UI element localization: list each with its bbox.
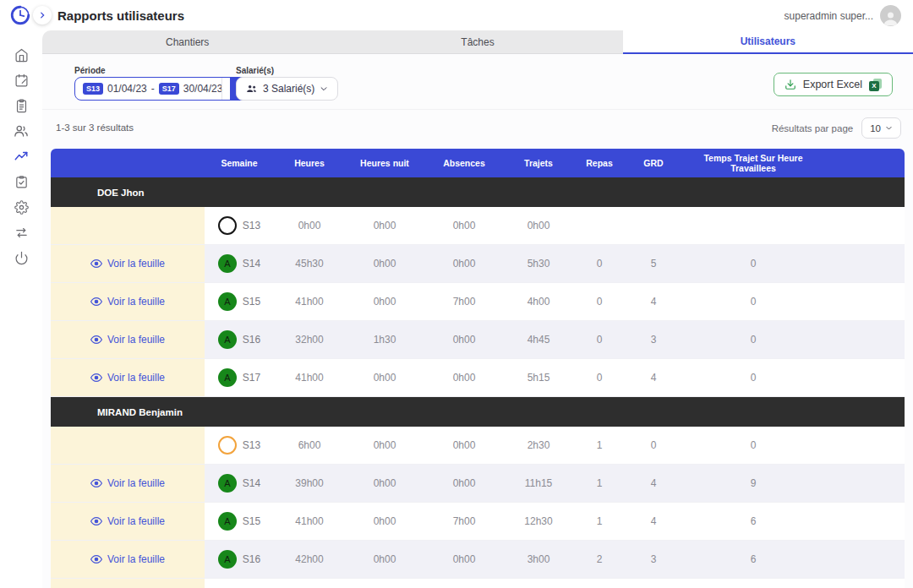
sidebar-item-employees[interactable] (0, 118, 42, 144)
cell-heures-nuit: 0h00 (345, 541, 424, 578)
cell-heures: 41h00 (274, 503, 345, 540)
salaries-dropdown[interactable]: 3 Salarié(s) (236, 77, 338, 101)
cell-grd: 3 (626, 321, 681, 358)
sidebar-item-tasks[interactable] (0, 169, 42, 194)
voir-la-feuille-label: Voir la feuille (107, 477, 165, 489)
cell-grd: 4 (626, 503, 681, 540)
salaries-value: 3 Salarié(s) (263, 83, 314, 95)
week-label: S16 (243, 334, 260, 346)
sidebar-expand-button[interactable] (33, 6, 52, 24)
view-sheet-cell: Voir la feuille (51, 503, 205, 540)
week-status-badge: A (218, 512, 237, 531)
week-label: S15 (243, 296, 260, 308)
cell-trajets: 5h15 (504, 359, 573, 396)
week-label: S15 (243, 515, 260, 527)
cell-heures-nuit: 0h00 (345, 503, 424, 540)
cell-grd: 4 (626, 579, 681, 588)
logout-power-icon (14, 251, 29, 265)
view-sheet-cell: Voir la feuille (51, 541, 205, 578)
tab-utilisateurs[interactable]: Utilisateurs (623, 30, 913, 54)
per-page-value: 10 (870, 123, 881, 133)
app-clock-logo-icon (9, 4, 31, 26)
week-cell: AS17 (205, 359, 274, 396)
sidebar-item-reports[interactable] (0, 144, 42, 169)
cell-trajets: 0h00 (504, 207, 573, 244)
cell-absences: 0h00 (424, 465, 504, 502)
sidebar-item-transfers[interactable] (0, 220, 42, 245)
employee-group-header: MIRAND Benjamin (51, 397, 905, 427)
user-menu[interactable]: superadmin super... (785, 5, 901, 26)
cell-heures-nuit: 0h00 (345, 579, 424, 588)
cell-heures-nuit: 0h00 (345, 427, 424, 464)
table-row: S136h000h000h002h30100 (51, 427, 905, 465)
cell-grd: 4 (626, 283, 681, 320)
cell-grd: 0 (626, 427, 681, 464)
tab-taches[interactable]: Tâches (332, 30, 622, 54)
table-header: Semaine Heures Heures nuit Absences Traj… (51, 149, 905, 177)
cell-heures: 42h00 (274, 541, 345, 578)
voir-la-feuille-link[interactable]: Voir la feuille (90, 372, 165, 384)
voir-la-feuille-label: Voir la feuille (107, 334, 165, 346)
cell-absences: 0h00 (424, 579, 504, 588)
cell-filler (825, 207, 905, 244)
cell-temps-trajet: 0 (681, 245, 825, 282)
cell-trajets: 5h15 (504, 579, 573, 588)
col-header-filler (825, 149, 905, 177)
cell-absences: 0h00 (424, 245, 504, 282)
col-header-heures-nuit: Heures nuit (345, 149, 424, 177)
cell-trajets: 2h30 (504, 427, 573, 464)
voir-la-feuille-link[interactable]: Voir la feuille (90, 515, 165, 527)
sidebar-item-logout[interactable] (0, 245, 42, 270)
voir-la-feuille-link[interactable]: Voir la feuille (90, 553, 165, 565)
cell-grd: 3 (626, 541, 681, 578)
cell-filler (825, 359, 905, 396)
week-status-badge: A (218, 292, 237, 311)
worksheet-clipboard-icon (14, 99, 29, 113)
results-bar: 1-3 sur 3 résultats Résultats par page 1… (42, 110, 913, 147)
cell-absences: 7h00 (424, 503, 504, 540)
voir-la-feuille-label: Voir la feuille (107, 515, 165, 527)
sidebar-item-planning[interactable] (0, 68, 42, 93)
cell-filler (825, 465, 905, 502)
tab-chantiers[interactable]: Chantiers (42, 30, 332, 54)
employees-users-icon (14, 123, 29, 139)
week-label: S13 (243, 220, 260, 231)
view-sheet-cell (51, 207, 205, 244)
excel-file-icon: X (869, 79, 882, 91)
cell-repas: 2 (573, 579, 626, 588)
view-sheet-cell: Voir la feuille (51, 245, 205, 282)
voir-la-feuille-link[interactable]: Voir la feuille (90, 258, 165, 270)
per-page-select[interactable]: 10 (861, 117, 901, 139)
week-cell: AS15 (205, 283, 274, 320)
table-row: Voir la feuilleAS1445h300h000h005h30050 (51, 245, 905, 283)
export-excel-button[interactable]: Export Excel X (774, 73, 893, 96)
user-avatar-icon[interactable] (880, 5, 901, 26)
voir-la-feuille-link[interactable]: Voir la feuille (90, 296, 165, 308)
filter-divider (221, 78, 222, 100)
planning-calendar-icon (14, 74, 29, 88)
settings-gear-icon (14, 200, 29, 215)
sidebar-item-worksheets[interactable] (0, 93, 42, 118)
week-start-badge: S13 (83, 83, 103, 95)
sidebar-item-home[interactable] (0, 42, 42, 68)
cell-absences: 7h00 (424, 283, 504, 320)
cell-absences: 0h00 (424, 427, 504, 464)
cell-heures: 32h00 (274, 321, 345, 358)
table-row: Voir la feuilleAS1541h000h007h0012h30146 (51, 503, 905, 541)
week-label: S17 (243, 372, 260, 384)
voir-la-feuille-label: Voir la feuille (107, 296, 165, 308)
voir-la-feuille-link[interactable]: Voir la feuille (90, 477, 165, 489)
sidebar-item-settings[interactable] (0, 194, 42, 220)
cell-trajets: 5h30 (504, 245, 573, 282)
table-row: Voir la feuilleAS1642h000h000h003h00236 (51, 541, 905, 579)
voir-la-feuille-link[interactable]: Voir la feuille (90, 334, 165, 346)
cell-repas: 2 (573, 541, 626, 578)
cell-repas (573, 207, 626, 244)
col-header-grd: GRD (626, 149, 681, 177)
week-status-badge: A (218, 550, 237, 569)
eye-icon (90, 334, 102, 346)
page-title: Rapports utilisateurs (57, 8, 184, 23)
home-icon (14, 48, 29, 63)
date-range-input[interactable]: S13 01/04/23 - S17 30/04/23 (74, 77, 256, 101)
cell-temps-trajet: 9 (681, 465, 825, 502)
